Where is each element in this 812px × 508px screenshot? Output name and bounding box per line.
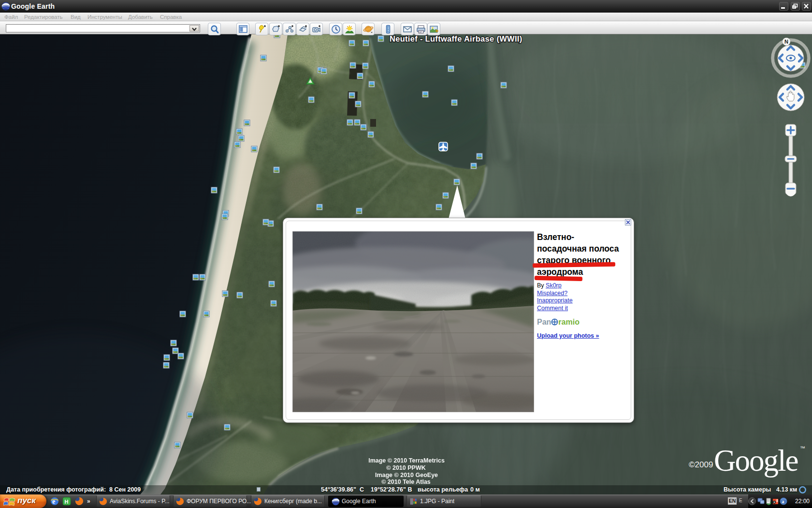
svg-text:Neutief - Luftwaffe Airbase (W: Neutief - Luftwaffe Airbase (WWII)	[390, 34, 522, 43]
svg-text:a: a	[782, 499, 784, 504]
svg-text:N: N	[784, 39, 788, 45]
svg-text:»: »	[87, 498, 90, 505]
svg-text:Image © 2010 TerraMetrics: Image © 2010 TerraMetrics	[368, 457, 445, 464]
svg-text:Google: Google	[714, 444, 798, 478]
svg-text:™: ™	[800, 445, 805, 451]
svg-text:©2009: ©2009	[689, 460, 713, 469]
svg-text:H: H	[65, 499, 69, 505]
svg-text:Image © 2010 GeoEye: Image © 2010 GeoEye	[375, 472, 438, 478]
svg-text:© 2010 PPWK: © 2010 PPWK	[386, 464, 425, 471]
svg-text:© 2010 Tele Atlas: © 2010 Tele Atlas	[381, 478, 431, 485]
